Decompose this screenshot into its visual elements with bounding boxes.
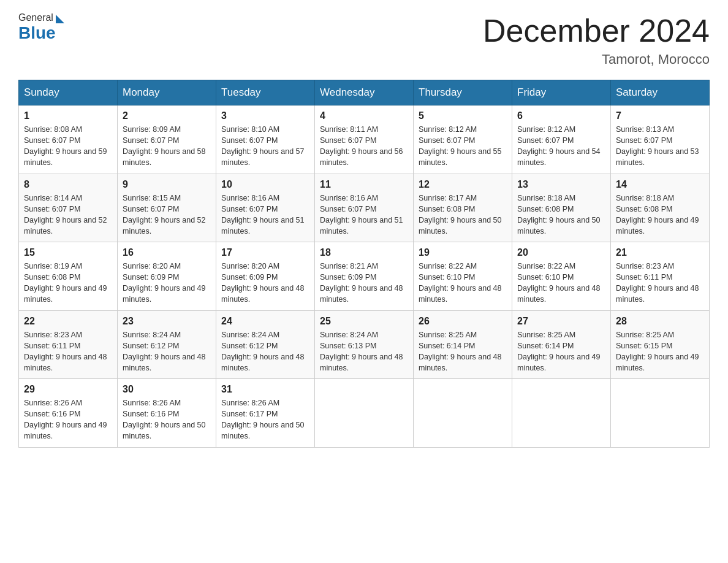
calendar-cell: 13Sunrise: 8:18 AMSunset: 6:08 PMDayligh…	[512, 174, 611, 242]
day-number: 3	[221, 110, 309, 121]
day-number: 19	[419, 247, 507, 258]
calendar-cell: 28Sunrise: 8:25 AMSunset: 6:15 PMDayligh…	[611, 310, 710, 379]
day-number: 13	[517, 179, 605, 190]
day-info: Sunrise: 8:08 AMSunset: 6:07 PMDaylight:…	[24, 124, 112, 169]
logo-blue-text: Blue	[18, 23, 56, 43]
day-info: Sunrise: 8:26 AMSunset: 6:16 PMDaylight:…	[123, 397, 211, 442]
calendar-cell: 7Sunrise: 8:13 AMSunset: 6:07 PMDaylight…	[611, 105, 710, 174]
calendar-cell: 30Sunrise: 8:26 AMSunset: 6:16 PMDayligh…	[118, 379, 216, 448]
day-info: Sunrise: 8:20 AMSunset: 6:09 PMDaylight:…	[221, 261, 309, 305]
calendar-cell: 12Sunrise: 8:17 AMSunset: 6:08 PMDayligh…	[414, 174, 512, 242]
day-info: Sunrise: 8:13 AMSunset: 6:07 PMDaylight:…	[616, 124, 704, 169]
day-number: 27	[517, 316, 605, 327]
day-number: 4	[320, 110, 408, 121]
day-info: Sunrise: 8:15 AMSunset: 6:07 PMDaylight:…	[123, 193, 211, 237]
calendar-cell: 18Sunrise: 8:21 AMSunset: 6:09 PMDayligh…	[315, 242, 414, 311]
day-info: Sunrise: 8:24 AMSunset: 6:13 PMDaylight:…	[320, 329, 408, 374]
title-section: December 2024 Tamorot, Morocco	[483, 12, 710, 67]
calendar-cell: 5Sunrise: 8:12 AMSunset: 6:07 PMDaylight…	[414, 105, 512, 174]
calendar-header-monday: Monday	[118, 80, 216, 105]
day-info: Sunrise: 8:23 AMSunset: 6:11 PMDaylight:…	[24, 329, 112, 374]
calendar-cell	[315, 379, 414, 448]
day-info: Sunrise: 8:11 AMSunset: 6:07 PMDaylight:…	[320, 124, 408, 169]
day-info: Sunrise: 8:25 AMSunset: 6:14 PMDaylight:…	[517, 329, 605, 374]
calendar-week-row: 22Sunrise: 8:23 AMSunset: 6:11 PMDayligh…	[19, 310, 710, 379]
location-text: Tamorot, Morocco	[483, 52, 710, 67]
day-number: 25	[320, 316, 408, 327]
day-info: Sunrise: 8:24 AMSunset: 6:12 PMDaylight:…	[123, 329, 211, 374]
calendar-cell: 14Sunrise: 8:18 AMSunset: 6:08 PMDayligh…	[611, 174, 710, 242]
day-info: Sunrise: 8:24 AMSunset: 6:12 PMDaylight:…	[221, 329, 309, 374]
day-number: 21	[616, 247, 704, 258]
day-number: 7	[616, 110, 704, 121]
calendar-cell: 24Sunrise: 8:24 AMSunset: 6:12 PMDayligh…	[216, 310, 315, 379]
calendar-header-thursday: Thursday	[414, 80, 512, 105]
calendar-cell: 22Sunrise: 8:23 AMSunset: 6:11 PMDayligh…	[19, 310, 118, 379]
day-number: 9	[123, 179, 211, 190]
calendar-cell: 17Sunrise: 8:20 AMSunset: 6:09 PMDayligh…	[216, 242, 315, 311]
day-info: Sunrise: 8:20 AMSunset: 6:09 PMDaylight:…	[123, 261, 211, 305]
logo-arrow-icon	[56, 15, 64, 23]
day-number: 14	[616, 179, 704, 190]
day-number: 31	[221, 384, 309, 395]
calendar-cell: 9Sunrise: 8:15 AMSunset: 6:07 PMDaylight…	[118, 174, 216, 242]
day-number: 26	[419, 316, 507, 327]
page-header: General Blue December 2024 Tamorot, Moro…	[18, 12, 710, 67]
day-number: 23	[123, 316, 211, 327]
calendar-week-row: 29Sunrise: 8:26 AMSunset: 6:16 PMDayligh…	[19, 379, 710, 448]
calendar-header-sunday: Sunday	[19, 80, 118, 105]
calendar-cell: 27Sunrise: 8:25 AMSunset: 6:14 PMDayligh…	[512, 310, 611, 379]
day-number: 2	[123, 110, 211, 121]
calendar-header-tuesday: Tuesday	[216, 80, 315, 105]
calendar-cell: 10Sunrise: 8:16 AMSunset: 6:07 PMDayligh…	[216, 174, 315, 242]
day-info: Sunrise: 8:25 AMSunset: 6:14 PMDaylight:…	[419, 329, 507, 374]
calendar-cell: 31Sunrise: 8:26 AMSunset: 6:17 PMDayligh…	[216, 379, 315, 448]
day-number: 8	[24, 179, 112, 190]
day-number: 1	[24, 110, 112, 121]
day-info: Sunrise: 8:25 AMSunset: 6:15 PMDaylight:…	[616, 329, 704, 374]
logo-general-text: General	[18, 12, 53, 23]
day-number: 11	[320, 179, 408, 190]
day-info: Sunrise: 8:19 AMSunset: 6:08 PMDaylight:…	[24, 261, 112, 305]
day-info: Sunrise: 8:26 AMSunset: 6:16 PMDaylight:…	[24, 397, 112, 442]
day-info: Sunrise: 8:18 AMSunset: 6:08 PMDaylight:…	[517, 193, 605, 237]
calendar-header-row: SundayMondayTuesdayWednesdayThursdayFrid…	[19, 80, 710, 105]
calendar-cell: 29Sunrise: 8:26 AMSunset: 6:16 PMDayligh…	[19, 379, 118, 448]
calendar-cell: 19Sunrise: 8:22 AMSunset: 6:10 PMDayligh…	[414, 242, 512, 311]
calendar-cell: 21Sunrise: 8:23 AMSunset: 6:11 PMDayligh…	[611, 242, 710, 311]
day-info: Sunrise: 8:12 AMSunset: 6:07 PMDaylight:…	[419, 124, 507, 169]
day-info: Sunrise: 8:16 AMSunset: 6:07 PMDaylight:…	[320, 193, 408, 237]
day-number: 6	[517, 110, 605, 121]
calendar-table: SundayMondayTuesdayWednesdayThursdayFrid…	[18, 80, 710, 448]
calendar-cell: 6Sunrise: 8:12 AMSunset: 6:07 PMDaylight…	[512, 105, 611, 174]
calendar-cell: 11Sunrise: 8:16 AMSunset: 6:07 PMDayligh…	[315, 174, 414, 242]
calendar-cell	[512, 379, 611, 448]
calendar-cell	[414, 379, 512, 448]
day-number: 29	[24, 384, 112, 395]
day-number: 28	[616, 316, 704, 327]
day-info: Sunrise: 8:22 AMSunset: 6:10 PMDaylight:…	[419, 261, 507, 305]
logo: General Blue	[18, 12, 64, 43]
calendar-cell: 25Sunrise: 8:24 AMSunset: 6:13 PMDayligh…	[315, 310, 414, 379]
day-number: 20	[517, 247, 605, 258]
calendar-cell: 20Sunrise: 8:22 AMSunset: 6:10 PMDayligh…	[512, 242, 611, 311]
day-info: Sunrise: 8:16 AMSunset: 6:07 PMDaylight:…	[221, 193, 309, 237]
day-number: 18	[320, 247, 408, 258]
calendar-cell: 15Sunrise: 8:19 AMSunset: 6:08 PMDayligh…	[19, 242, 118, 311]
calendar-header-friday: Friday	[512, 80, 611, 105]
day-number: 10	[221, 179, 309, 190]
day-number: 24	[221, 316, 309, 327]
day-info: Sunrise: 8:09 AMSunset: 6:07 PMDaylight:…	[123, 124, 211, 169]
calendar-cell: 26Sunrise: 8:25 AMSunset: 6:14 PMDayligh…	[414, 310, 512, 379]
calendar-cell	[611, 379, 710, 448]
day-info: Sunrise: 8:12 AMSunset: 6:07 PMDaylight:…	[517, 124, 605, 169]
day-number: 15	[24, 247, 112, 258]
calendar-body: 1Sunrise: 8:08 AMSunset: 6:07 PMDaylight…	[19, 105, 710, 448]
day-info: Sunrise: 8:22 AMSunset: 6:10 PMDaylight:…	[517, 261, 605, 305]
day-number: 12	[419, 179, 507, 190]
calendar-cell: 16Sunrise: 8:20 AMSunset: 6:09 PMDayligh…	[118, 242, 216, 311]
day-info: Sunrise: 8:18 AMSunset: 6:08 PMDaylight:…	[616, 193, 704, 237]
day-number: 30	[123, 384, 211, 395]
calendar-week-row: 1Sunrise: 8:08 AMSunset: 6:07 PMDaylight…	[19, 105, 710, 174]
calendar-cell: 4Sunrise: 8:11 AMSunset: 6:07 PMDaylight…	[315, 105, 414, 174]
